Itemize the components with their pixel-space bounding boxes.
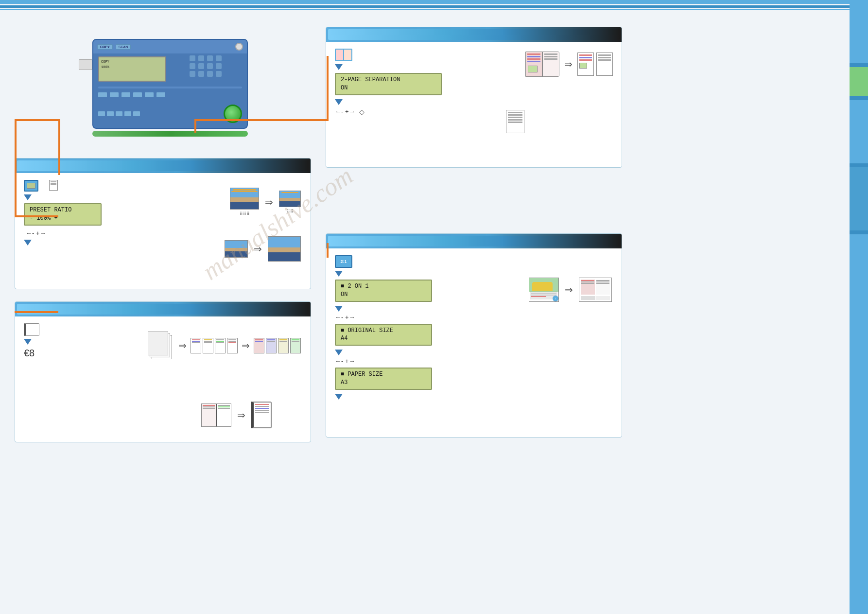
arrow-down-2on1 — [335, 271, 343, 277]
twopage-sep-icon — [335, 49, 352, 61]
arrow-2on1-right: ⇒ — [565, 284, 573, 296]
booklet-header — [15, 302, 311, 316]
arrow-2page-right: ⇒ — [564, 58, 573, 70]
2page-header — [326, 27, 622, 42]
bridge-large — [230, 188, 259, 210]
doc-icon-small — [49, 180, 58, 191]
arrow-down-booklet — [24, 339, 32, 345]
connector-h4 — [15, 311, 58, 313]
pages-stack — [148, 331, 174, 360]
arrow-down-2on1-4 — [335, 394, 343, 400]
bridge-mid1 — [225, 240, 248, 258]
copier-paper-icon — [79, 59, 92, 70]
arrow-booklet-2: ⇒ — [242, 340, 250, 351]
arrow-booklet-3: ⇒ — [237, 409, 245, 421]
arrow-down-preset2 — [24, 240, 32, 246]
connector-v1 — [58, 119, 60, 175]
booklet-panel: €8 ⇒ — [15, 301, 311, 442]
connector-v4 — [327, 56, 329, 121]
four-pages-alt — [254, 338, 301, 353]
lcd-2page-sep: 2-PAGE SEPARATION ON — [335, 73, 442, 95]
arrow-right-preset2: ⇒ — [254, 243, 262, 255]
arrow-down-2page2 — [335, 99, 343, 105]
arrow-down-2on1-2 — [335, 306, 343, 312]
preset-ratio-panel: PRESET RATIO - 100% + ←- +→ ⠿⠿⠿ ⇒ — [15, 158, 311, 289]
bridge-small — [279, 191, 301, 207]
2on1-header — [326, 234, 622, 248]
controls-2page: ←- +→ ◇ — [335, 108, 613, 116]
arrow-booklet-1: ⇒ — [178, 340, 187, 351]
four-pages — [191, 338, 238, 353]
two-page-separation-panel: 2-PAGE SEPARATION ON ←- +→ ◇ — [326, 27, 622, 168]
power-button[interactable] — [235, 43, 243, 51]
lr-controls-preset: ←- +→ — [26, 229, 302, 237]
connector-h1 — [15, 119, 60, 121]
lr-controls-2on1-1: ←- +→ — [335, 314, 613, 321]
arrow-down-preset — [24, 194, 32, 200]
lcd-2on1: ■ 2 ON 1 ON — [335, 280, 432, 302]
device-screen: COPY 100% — [98, 56, 166, 82]
monitor-icon-preset — [24, 180, 38, 192]
separated-pages — [577, 53, 613, 76]
right-sidebar — [850, 0, 868, 614]
combined-output — [579, 278, 612, 302]
connector-h2 — [15, 215, 58, 217]
booklet-icon — [24, 323, 39, 336]
open-book-colored — [525, 52, 559, 77]
arrow-down-2page — [335, 64, 343, 70]
arrow-right-preset: ⇒ — [265, 196, 273, 208]
feature-bar — [92, 131, 248, 137]
two-on-1-panel: 2:1 ■ 2 ON 1 ON ←- +→ ■ ORIGINAL SIZE A4… — [326, 233, 622, 438]
two-page-spread — [201, 403, 231, 427]
copy-button-label: COPY — [97, 44, 113, 50]
arrow-down-2on1-3 — [335, 350, 343, 355]
lr-controls-2on1-2: ←- +→ — [335, 357, 613, 365]
connector-v2 — [15, 119, 17, 215]
lcd-paper-size: ■ PAPER SIZE A3 — [335, 368, 432, 390]
connector-v5 — [327, 243, 329, 258]
2on1-icon: 2:1 — [335, 255, 352, 268]
booklet-result — [251, 402, 272, 428]
lcd-original-size: ■ ORIGINAL SIZE A4 — [335, 324, 432, 346]
photo-input-card: i — [529, 278, 559, 302]
copier-device-area: COPY SCAN COPY 100% — [78, 39, 292, 146]
top-decorative-lines — [0, 0, 868, 10]
bridge-mid2 — [268, 236, 301, 262]
connector-v3 — [194, 119, 196, 133]
lcd-preset-ratio: PRESET RATIO - 100% + — [24, 203, 102, 226]
scan-button-label: SCAN — [116, 44, 131, 50]
single-page-output — [506, 110, 524, 133]
connector-h3 — [194, 119, 329, 121]
